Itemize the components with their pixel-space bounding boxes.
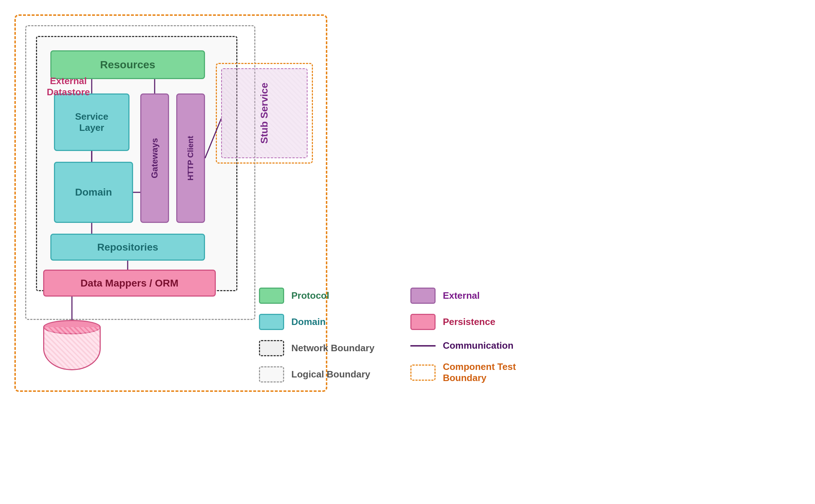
stub-service-box: Stub Service [221,68,308,158]
legend-external-label: External [443,290,480,301]
service-layer-box: ServiceLayer [54,93,129,151]
legend: Protocol Domain Network Boundary Logical… [259,288,691,394]
repositories-label: Repositories [97,242,158,253]
legend-external-box [410,288,436,304]
repositories-box: Repositories [50,234,205,261]
stub-service-label: Stub Service [259,83,270,144]
legend-logical-label: Logical Boundary [291,369,370,380]
legend-domain: Domain [259,314,374,330]
domain-box: Domain [54,162,133,223]
diagram-container: Resources ServiceLayer Domain Gateways H… [7,7,808,497]
legend-logical-box [259,366,284,382]
gateways-box: Gateways [140,93,169,223]
legend-component-test-label: Component TestBoundary [443,361,516,384]
legend-domain-box [259,314,284,330]
legend-network-box [259,340,284,356]
datastore-label-container: ExternalDatastore [32,75,104,98]
legend-comm-line [410,345,436,347]
resources-box: Resources [50,50,205,79]
legend-comm-label: Communication [443,340,513,351]
data-mappers-box: Data Mappers / ORM [43,270,216,297]
gateways-label: Gateways [150,138,160,178]
legend-network-label: Network Boundary [291,343,374,354]
data-mappers-label: Data Mappers / ORM [81,278,178,289]
http-client-box: HTTP Client [176,93,205,223]
legend-protocol-box [259,288,284,304]
legend-communication: Communication [410,340,516,351]
legend-persistence-box [410,314,436,330]
legend-protocol: Protocol [259,288,374,304]
external-datastore [43,320,101,381]
legend-persistence: Persistence [410,314,516,330]
legend-protocol-label: Protocol [291,290,329,301]
legend-domain-label: Domain [291,316,325,327]
legend-external: External [410,288,516,304]
legend-component-test-box [410,365,436,381]
legend-network-boundary: Network Boundary [259,340,374,356]
service-layer-label: ServiceLayer [75,111,109,133]
cylinder-body [43,327,101,370]
legend-right-col: External Persistence Communication Compo… [410,288,516,394]
legend-persistence-label: Persistence [443,316,495,327]
http-client-label: HTTP Client [186,136,195,180]
external-datastore-label: ExternalDatastore [47,75,90,97]
domain-label: Domain [75,187,112,198]
legend-left-col: Protocol Domain Network Boundary Logical… [259,288,374,394]
legend-component-test: Component TestBoundary [410,361,516,384]
legend-logical-boundary: Logical Boundary [259,366,374,382]
resources-label: Resources [100,59,155,71]
